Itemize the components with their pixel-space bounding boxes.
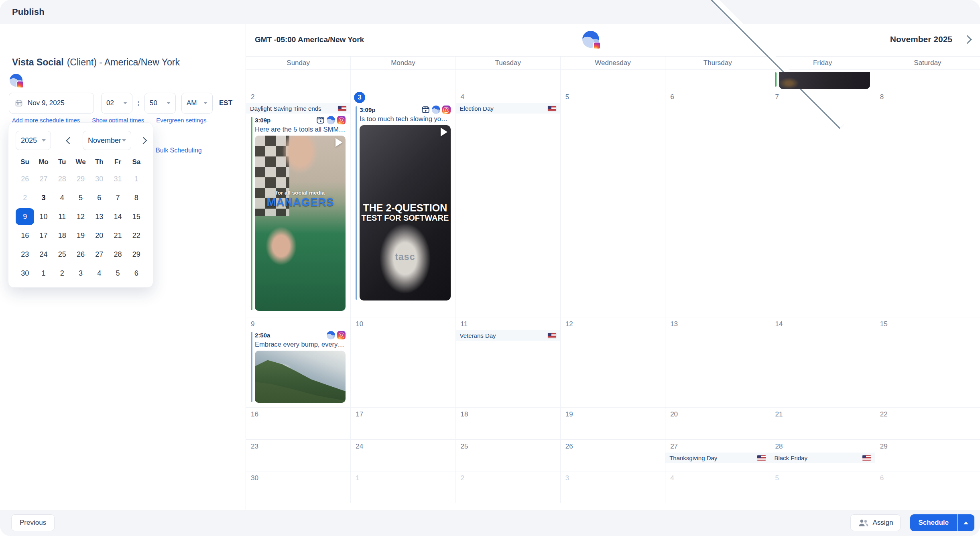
hour-select[interactable]: 02 bbox=[101, 93, 132, 114]
calendar-day-cell[interactable]: 4Election Day bbox=[456, 90, 561, 317]
picker-day[interactable]: 6 bbox=[127, 265, 146, 282]
previous-button[interactable]: Previous bbox=[11, 514, 55, 531]
calendar-day-cell[interactable]: 6 bbox=[875, 471, 980, 503]
picker-day[interactable]: 1 bbox=[34, 265, 53, 282]
picker-day[interactable]: 18 bbox=[53, 227, 71, 244]
post-thumbnail[interactable] bbox=[255, 351, 346, 403]
picker-day[interactable]: 3 bbox=[34, 189, 53, 206]
picker-day[interactable]: 14 bbox=[108, 208, 127, 225]
picker-day[interactable]: 29 bbox=[127, 246, 146, 263]
picker-day[interactable]: 4 bbox=[53, 189, 71, 206]
picker-day[interactable]: 28 bbox=[53, 171, 71, 187]
calendar-day-cell[interactable]: 33:09pIs too much tech slowing you …THE … bbox=[351, 90, 455, 317]
calendar-day-cell[interactable]: 6 bbox=[665, 90, 770, 317]
calendar-day-cell[interactable]: 1 bbox=[351, 471, 455, 503]
picker-day[interactable]: 22 bbox=[127, 227, 146, 244]
calendar-day-cell[interactable]: 22 bbox=[875, 408, 980, 439]
calendar-day-cell[interactable]: 92:50aEmbrace every bump, every t… bbox=[246, 317, 351, 407]
calendar-day-cell[interactable]: 20 bbox=[665, 408, 770, 439]
picker-day[interactable]: 28 bbox=[108, 246, 127, 263]
year-select[interactable]: 2025 bbox=[16, 131, 51, 150]
calendar-day-cell[interactable] bbox=[351, 70, 455, 90]
picker-day[interactable]: 1 bbox=[127, 171, 146, 187]
month-select[interactable]: November bbox=[83, 131, 131, 150]
calendar-day-cell[interactable]: 18 bbox=[456, 408, 561, 439]
post-thumbnail[interactable]: THE 2-QUESTIONTEST FOR SOFTWAREtasc bbox=[360, 125, 450, 300]
assign-button[interactable]: Assign bbox=[850, 514, 901, 531]
schedule-button[interactable]: Schedule bbox=[910, 514, 957, 531]
calendar-day-cell[interactable]: 10 bbox=[351, 317, 455, 407]
next-month-icon[interactable] bbox=[140, 137, 147, 144]
picker-day[interactable]: 5 bbox=[71, 189, 90, 206]
picker-day[interactable]: 29 bbox=[71, 171, 90, 187]
picker-day-selected[interactable]: 9 bbox=[16, 208, 34, 225]
picker-day[interactable]: 11 bbox=[53, 208, 71, 225]
picker-day[interactable]: 8 bbox=[127, 189, 146, 206]
calendar-day-cell[interactable]: 29 bbox=[875, 440, 980, 471]
calendar-day-cell[interactable]: 16 bbox=[246, 408, 351, 439]
calendar-day-cell[interactable]: 15 bbox=[875, 317, 980, 407]
calendar-day-cell[interactable]: 2Daylight Saving Time ends3:09pHere are … bbox=[246, 90, 351, 317]
scheduled-post[interactable]: 3:09pIs too much tech slowing you …THE 2… bbox=[356, 106, 450, 300]
calendar-day-cell[interactable]: 8 bbox=[875, 90, 980, 317]
picker-day[interactable]: 5 bbox=[108, 265, 127, 282]
calendar-day-cell[interactable]: 11Veterans Day bbox=[456, 317, 561, 407]
picker-day[interactable]: 12 bbox=[71, 208, 90, 225]
calendar-day-cell[interactable] bbox=[456, 70, 561, 90]
calendar-day-cell[interactable]: 12 bbox=[561, 317, 665, 407]
calendar-day-cell[interactable]: 19 bbox=[561, 408, 665, 439]
selected-profile-chip[interactable] bbox=[10, 74, 22, 87]
picker-day[interactable]: 24 bbox=[34, 246, 53, 263]
picker-day[interactable]: 30 bbox=[16, 265, 34, 282]
picker-day[interactable]: 3 bbox=[71, 265, 90, 282]
picker-day[interactable]: 26 bbox=[71, 246, 90, 263]
scheduled-post[interactable]: 3:09pHere are the 5 tools all SMM's …for… bbox=[251, 116, 346, 311]
picker-day[interactable]: 4 bbox=[90, 265, 108, 282]
calendar-day-cell[interactable]: 28Black Friday bbox=[770, 440, 875, 471]
calendar-day-cell[interactable]: 5 bbox=[561, 90, 665, 317]
calendar-day-cell[interactable]: 13 bbox=[665, 317, 770, 407]
picker-day[interactable]: 15 bbox=[127, 208, 146, 225]
picker-day[interactable]: 16 bbox=[16, 227, 34, 244]
evergreen-settings-link[interactable]: Evergreen settings bbox=[156, 117, 206, 124]
picker-day[interactable]: 20 bbox=[90, 227, 108, 244]
calendar-day-cell[interactable]: 25 bbox=[456, 440, 561, 471]
calendar-day-cell[interactable]: 5 bbox=[770, 471, 875, 503]
picker-day[interactable]: 27 bbox=[34, 171, 53, 187]
picker-day[interactable]: 13 bbox=[90, 208, 108, 225]
calendar-day-cell[interactable]: 4 bbox=[665, 471, 770, 503]
picker-day[interactable]: 27 bbox=[90, 246, 108, 263]
calendar-day-cell[interactable] bbox=[246, 70, 351, 90]
calendar-day-cell[interactable]: 14 bbox=[770, 317, 875, 407]
calendar-day-cell[interactable] bbox=[875, 70, 980, 90]
picker-day[interactable]: 2 bbox=[53, 265, 71, 282]
picker-day[interactable]: 21 bbox=[108, 227, 127, 244]
calendar-day-cell[interactable]: 24 bbox=[351, 440, 455, 471]
picker-day[interactable]: 6 bbox=[90, 189, 108, 206]
calendar-day-cell[interactable]: 26 bbox=[561, 440, 665, 471]
calendar-day-cell[interactable]: 21 bbox=[770, 408, 875, 439]
calendar-day-cell[interactable] bbox=[665, 70, 770, 90]
post-thumbnail[interactable]: for all social mediaMANAGERS bbox=[255, 136, 346, 311]
calendar-day-cell[interactable]: 7 bbox=[770, 90, 875, 317]
calendar-day-cell[interactable]: 17 bbox=[351, 408, 455, 439]
calendar-day-cell[interactable]: 3 bbox=[561, 471, 665, 503]
meridiem-select[interactable]: AM bbox=[181, 93, 213, 114]
picker-day[interactable]: 19 bbox=[71, 227, 90, 244]
picker-day[interactable]: 23 bbox=[16, 246, 34, 263]
picker-day[interactable]: 2 bbox=[16, 189, 34, 206]
picker-day[interactable]: 30 bbox=[90, 171, 108, 187]
calendar-day-cell[interactable]: 30 bbox=[246, 471, 351, 503]
next-month-icon[interactable] bbox=[963, 35, 972, 43]
picker-day[interactable]: 10 bbox=[34, 208, 53, 225]
picker-day[interactable]: 17 bbox=[34, 227, 53, 244]
picker-day[interactable]: 25 bbox=[53, 246, 71, 263]
previous-month-icon[interactable] bbox=[66, 137, 73, 144]
minute-select[interactable]: 50 bbox=[144, 93, 176, 114]
picker-day[interactable]: 31 bbox=[108, 171, 127, 187]
calendar-day-cell[interactable]: 2 bbox=[456, 471, 561, 503]
bulk-scheduling-link[interactable]: Bulk Scheduling bbox=[156, 147, 202, 154]
scheduled-post[interactable]: 2:50aEmbrace every bump, every t… bbox=[251, 331, 346, 403]
picker-day[interactable]: 7 bbox=[108, 189, 127, 206]
calendar-day-cell[interactable]: 27Thanksgiving Day bbox=[665, 440, 770, 471]
